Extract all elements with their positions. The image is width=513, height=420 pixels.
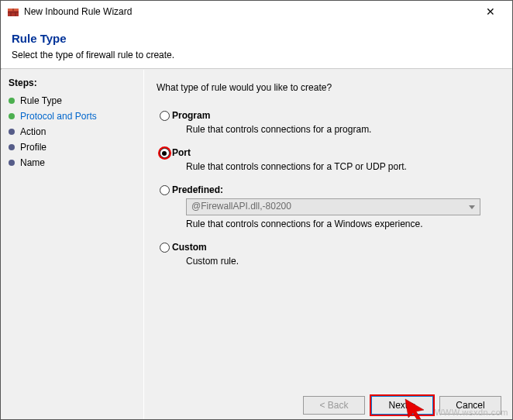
option-label: Port — [172, 147, 191, 158]
predefined-combo[interactable]: @FirewallAPI.dll,-80200 — [186, 198, 480, 215]
step-label: Protocol and Ports — [20, 111, 97, 122]
step-bullet-icon — [9, 113, 15, 119]
step-bullet-icon — [9, 98, 15, 104]
close-button[interactable]: ✕ — [475, 5, 506, 18]
step-protocol-ports[interactable]: Protocol and Ports — [9, 108, 140, 124]
watermark-text: WWW.wsxdn.com — [435, 408, 508, 417]
option-label: Custom — [172, 242, 207, 253]
predefined-combo-wrap: @FirewallAPI.dll,-80200 — [186, 198, 500, 215]
back-button[interactable]: < Back — [303, 396, 365, 415]
option-desc: Rule that controls connections for a Win… — [186, 219, 500, 229]
steps-panel: Steps: Rule Type Protocol and Ports Acti… — [1, 70, 144, 419]
option-desc: Rule that controls connections for a TCP… — [186, 161, 500, 172]
firewall-icon — [7, 5, 19, 18]
option-desc: Custom rule. — [186, 256, 500, 267]
prompt-text: What type of rule would you like to crea… — [157, 82, 500, 93]
header: Rule Type Select the type of firewall ru… — [1, 22, 512, 68]
content-panel: What type of rule would you like to crea… — [144, 70, 512, 419]
steps-heading: Steps: — [9, 77, 140, 88]
next-button[interactable]: Next > — [371, 396, 433, 415]
step-label: Action — [20, 126, 46, 137]
option-desc: Rule that controls connections for a pro… — [186, 124, 500, 135]
radio-program[interactable] — [160, 111, 170, 121]
step-action[interactable]: Action — [9, 124, 140, 139]
step-label: Profile — [20, 142, 46, 153]
step-rule-type[interactable]: Rule Type — [9, 93, 140, 108]
step-bullet-icon — [9, 160, 15, 166]
step-name[interactable]: Name — [9, 155, 140, 170]
option-program[interactable]: Program — [157, 110, 500, 121]
wizard-body: Steps: Rule Type Protocol and Ports Acti… — [1, 70, 512, 419]
wizard-window: New Inbound Rule Wizard ✕ Rule Type Sele… — [0, 0, 513, 420]
step-profile[interactable]: Profile — [9, 139, 140, 155]
step-bullet-icon — [9, 144, 15, 150]
titlebar: New Inbound Rule Wizard ✕ — [1, 1, 512, 22]
radio-port[interactable] — [160, 148, 170, 158]
step-bullet-icon — [9, 129, 15, 135]
option-port[interactable]: Port — [157, 147, 500, 158]
page-subtitle: Select the type of firewall rule to crea… — [12, 50, 501, 60]
radio-custom[interactable] — [160, 243, 170, 253]
radio-predefined[interactable] — [160, 185, 170, 195]
option-predefined[interactable]: Predefined: — [157, 184, 500, 195]
option-custom[interactable]: Custom — [157, 242, 500, 253]
step-label: Name — [20, 157, 45, 168]
option-label: Program — [172, 110, 210, 121]
page-title: Rule Type — [12, 32, 501, 45]
step-label: Rule Type — [20, 95, 62, 106]
option-label: Predefined: — [172, 184, 223, 195]
window-title: New Inbound Rule Wizard — [24, 6, 475, 17]
